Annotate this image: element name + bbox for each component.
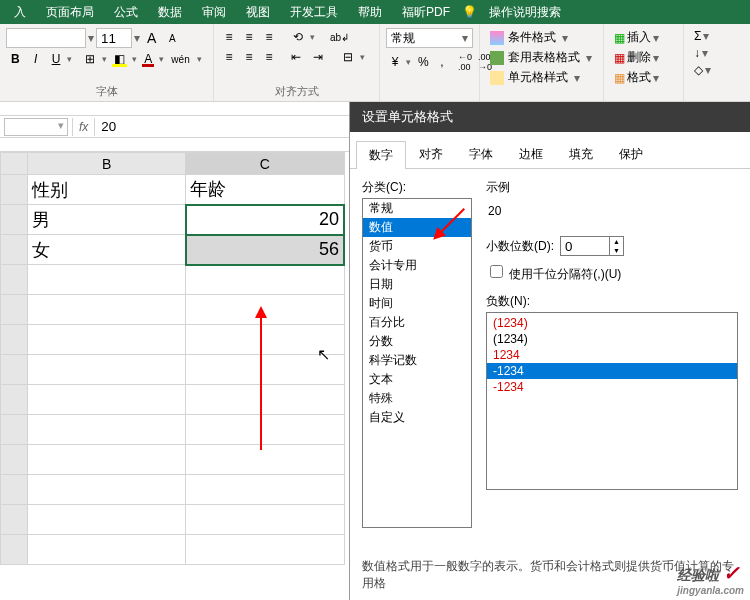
category-item[interactable]: 货币 — [363, 237, 471, 256]
category-item[interactable]: 日期 — [363, 275, 471, 294]
category-item[interactable]: 时间 — [363, 294, 471, 313]
row-header[interactable] — [1, 385, 28, 415]
category-item[interactable]: 文本 — [363, 370, 471, 389]
cell[interactable] — [186, 535, 344, 565]
cell[interactable] — [28, 295, 186, 325]
name-box[interactable] — [4, 118, 68, 136]
category-item[interactable]: 百分比 — [363, 313, 471, 332]
underline-button[interactable]: U — [47, 50, 66, 68]
autosum-button[interactable]: Σ▾ — [690, 28, 718, 44]
row-header[interactable] — [1, 205, 28, 235]
ribbon-tab[interactable]: 入 — [4, 4, 36, 21]
spinner-up-icon[interactable]: ▲ — [610, 237, 623, 246]
number-format-select[interactable]: 常规 — [386, 28, 473, 48]
column-header[interactable]: B — [28, 153, 186, 175]
negative-option[interactable]: -1234 — [487, 379, 737, 395]
dialog-tab-border[interactable]: 边框 — [506, 140, 556, 168]
row-header[interactable] — [1, 265, 28, 295]
fill-button[interactable]: ↓▾ — [690, 45, 718, 61]
cell-selected[interactable]: 56 — [186, 235, 344, 265]
tell-me-search[interactable]: 操作说明搜索 — [479, 4, 571, 21]
negative-option[interactable]: 1234 — [487, 347, 737, 363]
ribbon-tab[interactable]: 页面布局 — [36, 4, 104, 21]
cell[interactable]: 性别 — [28, 175, 186, 205]
cell[interactable] — [186, 385, 344, 415]
thousands-separator-checkbox[interactable]: 使用千位分隔符(,)(U) — [486, 267, 621, 281]
cell[interactable] — [28, 355, 186, 385]
cell[interactable] — [186, 475, 344, 505]
category-item[interactable]: 分数 — [363, 332, 471, 351]
increase-decimal-icon[interactable]: ←0 .00 — [453, 50, 471, 74]
ribbon-tab[interactable]: 数据 — [148, 4, 192, 21]
cell[interactable] — [28, 445, 186, 475]
ribbon-tab[interactable]: 审阅 — [192, 4, 236, 21]
row-header[interactable] — [1, 355, 28, 385]
cell[interactable] — [28, 505, 186, 535]
insert-cells-button[interactable]: ▦插入▾ — [610, 28, 677, 47]
font-color-icon[interactable]: A — [139, 50, 157, 68]
cell[interactable] — [28, 535, 186, 565]
align-middle-icon[interactable]: ≡ — [240, 28, 258, 46]
cell-styles-button[interactable]: 单元格样式▾ — [486, 68, 597, 87]
cell[interactable] — [28, 415, 186, 445]
dialog-tab-protection[interactable]: 保护 — [606, 140, 656, 168]
align-bottom-icon[interactable]: ≡ — [260, 28, 278, 46]
align-right-icon[interactable]: ≡ — [260, 48, 278, 66]
comma-icon[interactable]: , — [433, 53, 451, 71]
ribbon-tab[interactable]: 福昕PDF — [392, 4, 460, 21]
column-header[interactable]: C — [186, 153, 344, 175]
border-icon[interactable]: ⊞ — [80, 50, 100, 68]
cell[interactable] — [186, 505, 344, 535]
row-header[interactable] — [1, 535, 28, 565]
row-header[interactable] — [1, 175, 28, 205]
cell[interactable]: 女 — [28, 235, 186, 265]
format-as-table-button[interactable]: 套用表格格式▾ — [486, 48, 597, 67]
ribbon-tab[interactable]: 帮助 — [348, 4, 392, 21]
ribbon-tab[interactable]: 开发工具 — [280, 4, 348, 21]
row-header[interactable] — [1, 475, 28, 505]
row-header[interactable] — [1, 415, 28, 445]
bold-button[interactable]: B — [6, 50, 25, 68]
select-all-corner[interactable] — [1, 153, 28, 175]
cell[interactable] — [28, 325, 186, 355]
increase-font-icon[interactable]: A — [142, 28, 161, 48]
wrap-text-icon[interactable]: ab↲ — [325, 30, 354, 45]
dialog-tab-alignment[interactable]: 对齐 — [406, 140, 456, 168]
negatives-listbox[interactable]: (1234) (1234) 1234 -1234 -1234 — [486, 312, 738, 490]
merge-center-icon[interactable]: ⊟ — [338, 48, 358, 66]
orientation-icon[interactable]: ⟲ — [288, 28, 308, 46]
cell[interactable] — [186, 415, 344, 445]
row-header[interactable] — [1, 325, 28, 355]
category-listbox[interactable]: 常规 数值 货币 会计专用 日期 时间 百分比 分数 科学记数 文本 特殊 自定… — [362, 198, 472, 528]
font-size-input[interactable] — [96, 28, 132, 48]
decrease-font-icon[interactable]: A — [163, 31, 181, 46]
cell[interactable] — [186, 445, 344, 475]
row-header[interactable] — [1, 505, 28, 535]
row-header[interactable] — [1, 295, 28, 325]
cell[interactable] — [186, 265, 344, 295]
row-header[interactable] — [1, 445, 28, 475]
clear-button[interactable]: ◇▾ — [690, 62, 718, 78]
dialog-tab-fill[interactable]: 填充 — [556, 140, 606, 168]
category-item[interactable]: 会计专用 — [363, 256, 471, 275]
cell[interactable] — [28, 475, 186, 505]
phonetic-guide-icon[interactable]: wén — [166, 52, 194, 67]
category-item-selected[interactable]: 数值 — [363, 218, 471, 237]
fill-color-icon[interactable]: ◧ — [109, 50, 130, 68]
indent-decrease-icon[interactable]: ⇤ — [286, 48, 306, 66]
ribbon-tab[interactable]: 公式 — [104, 4, 148, 21]
row-header[interactable] — [1, 235, 28, 265]
conditional-formatting-button[interactable]: 条件格式▾ — [486, 28, 597, 47]
spinner-down-icon[interactable]: ▼ — [610, 246, 623, 255]
decimal-places-input[interactable] — [561, 237, 609, 255]
cell[interactable] — [28, 265, 186, 295]
dialog-tab-font[interactable]: 字体 — [456, 140, 506, 168]
negative-option[interactable]: (1234) — [487, 331, 737, 347]
decimal-places-spinner[interactable]: ▲▼ — [560, 236, 624, 256]
cell[interactable] — [28, 385, 186, 415]
indent-increase-icon[interactable]: ⇥ — [308, 48, 328, 66]
fx-icon[interactable]: fx — [72, 118, 95, 136]
align-left-icon[interactable]: ≡ — [220, 48, 238, 66]
negative-option[interactable]: (1234) — [487, 315, 737, 331]
font-name-input[interactable] — [6, 28, 86, 48]
